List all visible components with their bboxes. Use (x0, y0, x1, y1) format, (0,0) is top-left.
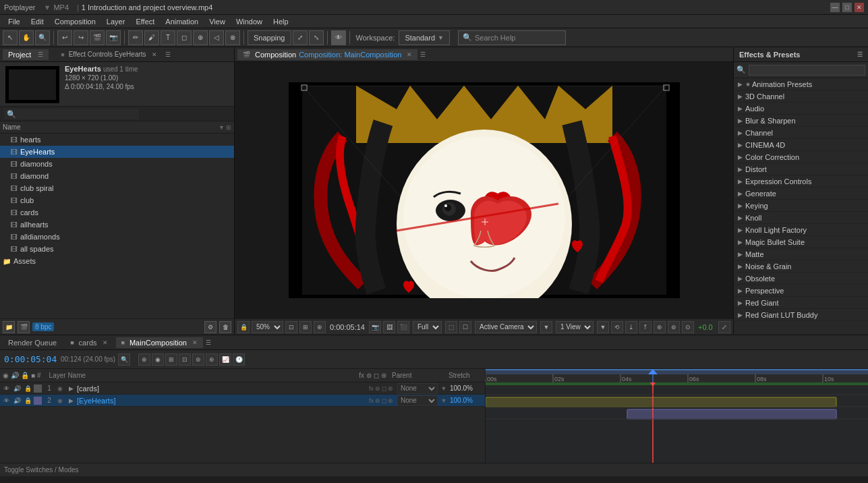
minimize-button[interactable]: — (830, 3, 840, 12)
layer-solo-2[interactable]: ◉ (55, 396, 65, 405)
undo-button[interactable]: ↩ (57, 30, 72, 45)
snapping-toggle[interactable]: Snapping (248, 30, 291, 45)
timeline-tracks[interactable] (486, 382, 868, 463)
file-item[interactable]: 🎞alldiamonds (0, 231, 234, 243)
file-item[interactable]: 🎞hearts (0, 134, 234, 146)
parent-select-2[interactable]: None (397, 395, 438, 406)
file-item[interactable]: 🎞all spades (0, 243, 234, 255)
layer-audio-1[interactable]: 🔊 (12, 384, 22, 393)
tab-main-composition[interactable]: 🎬 Composition Composition: MainCompositi… (237, 49, 417, 60)
viewer-expand-btn[interactable]: ⤢ (718, 321, 730, 333)
file-item[interactable]: 🎞club spiral (0, 182, 234, 194)
toggle-time-display-btn[interactable]: 🕐 (233, 353, 245, 366)
file-item[interactable]: 🎞allhearts (0, 219, 234, 231)
3d-switch-2[interactable]: ⊛ (388, 397, 393, 404)
effect-category[interactable]: ▶Knoll (734, 212, 868, 224)
toggle-motion-blur-btn[interactable]: ⊚ (668, 321, 680, 333)
import-btn[interactable]: ⤒ (639, 321, 652, 333)
file-item[interactable]: 🎞club (0, 194, 234, 206)
effects-search-input[interactable] (749, 65, 865, 76)
show-snapshot-btn[interactable]: 🖼 (383, 321, 395, 333)
view-dropdown-btn[interactable]: ▼ (597, 321, 609, 333)
fx-switch-2[interactable]: fx (369, 397, 374, 404)
fit-to-comp-btn[interactable]: ⊡ (285, 321, 297, 333)
panel-tab-menu-icon[interactable]: ☰ (165, 51, 171, 58)
fb-switch-2[interactable]: ◻ (382, 397, 386, 404)
fb-switch-1[interactable]: ◻ (382, 385, 386, 392)
effect-category[interactable]: ▶Expression Controls (734, 175, 868, 188)
file-item[interactable]: 🎞EyeHearts (0, 146, 234, 158)
clone-tool-button[interactable]: ⊕ (193, 30, 208, 45)
layer-audio-2[interactable]: 🔊 (12, 396, 22, 405)
search-help-box[interactable]: 🔍 Search Help (458, 30, 566, 45)
effect-category[interactable]: ▶Noise & Grain (734, 260, 868, 273)
reset-view-btn[interactable]: ⟲ (611, 321, 623, 333)
selection-tool-button[interactable]: ↖ (3, 30, 18, 45)
camera-button[interactable]: 📷 (106, 30, 121, 45)
layer-eye-2[interactable]: 👁 (1, 396, 11, 405)
tab-effect-controls[interactable]: ■ Effect Controls EyeHearts ✕ (55, 49, 162, 59)
menu-animation[interactable]: Animation (160, 15, 204, 28)
effect-category[interactable]: ▶Audio (734, 103, 868, 115)
toggle-switches-text[interactable]: Toggle Switches / Modes (4, 466, 79, 474)
comp-snapshot-btn[interactable]: 📷 (369, 321, 381, 333)
hand-tool-button[interactable]: ✋ (19, 30, 34, 45)
layer-row-2[interactable]: 👁 🔊 🔒 2 ◉ ▶ [EyeHearts] fx ⊚ ◻ ⊛ None (0, 395, 485, 407)
shape-tool-button[interactable]: ◻ (177, 30, 192, 45)
effects-panel-menu[interactable]: ☰ (857, 51, 863, 58)
effect-category[interactable]: ▶Channel (734, 127, 868, 139)
zoom-tool-button[interactable]: 🔍 (35, 30, 50, 45)
redo-button[interactable]: ↪ (74, 30, 88, 45)
new-comp-from-selection-btn[interactable]: 🎬 (18, 321, 30, 333)
toggle-frame-blending-btn[interactable]: ⊛ (206, 353, 218, 366)
effect-category[interactable]: ▶Blur & Sharpen (734, 115, 868, 127)
main-comp-close[interactable]: ✕ (192, 339, 198, 346)
toggle-motion-blur2-btn[interactable]: ⊚ (192, 353, 204, 366)
paint-tool-button[interactable]: 🖌 (144, 30, 159, 45)
tab-cards[interactable]: ■ cards ✕ (65, 337, 113, 348)
pen-tool-button[interactable]: ✏ (128, 30, 143, 45)
toggle-safe-zones-btn[interactable]: ⊕ (314, 321, 326, 333)
grid-icon[interactable]: ⊞ (226, 124, 231, 131)
view-select[interactable]: 1 View (556, 321, 594, 333)
project-menu-icon[interactable]: ☰ (38, 51, 43, 58)
layer-solo-1[interactable]: ◉ (55, 384, 65, 393)
time-ruler[interactable]: 00s 02s 04s 06s 08s 10s (486, 369, 868, 382)
layer-eye-1[interactable]: 👁 (1, 384, 11, 393)
zoom-select[interactable]: 50% (252, 321, 283, 333)
type-tool-button[interactable]: T (161, 30, 175, 45)
comp-panel-menu[interactable]: ☰ (420, 51, 426, 58)
effect-controls-close[interactable]: ✕ (152, 51, 157, 58)
roto-tool-button[interactable]: ⊗ (225, 30, 240, 45)
tab-project[interactable]: Project ☰ (3, 49, 49, 60)
viewer-settings-btn[interactable]: ⊙ (682, 321, 694, 333)
effect-category[interactable]: ▶3D Channel (734, 90, 868, 103)
effect-category[interactable]: ▶Red Giant (734, 297, 868, 309)
export-btn[interactable]: ⤓ (625, 321, 637, 333)
workspace-selector[interactable]: Standard ▼ (399, 30, 450, 45)
region-of-interest-btn[interactable]: ⬚ (445, 321, 457, 333)
toggle-3d-btn[interactable]: ⊛ (654, 321, 666, 333)
menu-effect[interactable]: Effect (130, 15, 160, 28)
toggle-solo-btn[interactable]: ◉ (152, 353, 164, 366)
fx-switch-1[interactable]: fx (369, 385, 374, 392)
effect-category[interactable]: ▶Red Giant LUT Buddy (734, 309, 868, 321)
3d-switch-1[interactable]: ⊛ (388, 385, 393, 392)
file-item[interactable]: 📁Assets (0, 255, 234, 267)
layer-expand-1[interactable]: ▶ (66, 384, 76, 393)
quality-select[interactable]: Full (413, 321, 442, 333)
new-folder-btn[interactable]: 📁 (3, 321, 15, 333)
file-item[interactable]: 🎞cards (0, 206, 234, 219)
delete-btn[interactable]: 🗑 (219, 321, 231, 333)
cards-close[interactable]: ✕ (103, 339, 108, 346)
toggle-grid-btn[interactable]: ⊞ (299, 321, 312, 333)
3d-view-button[interactable]: 👁 (331, 30, 346, 45)
tab-render-queue[interactable]: Render Queue (3, 337, 62, 348)
menu-view[interactable]: View (204, 15, 231, 28)
effect-category[interactable]: ▶Color Correction (734, 151, 868, 163)
parent-dropdown-1[interactable]: ▼ (439, 384, 449, 393)
close-button[interactable]: ✕ (855, 3, 864, 12)
effect-category[interactable]: ▶Keying (734, 200, 868, 212)
comp-tab-close[interactable]: ✕ (407, 51, 412, 58)
effect-category[interactable]: ▶★Animation Presets (734, 78, 868, 90)
